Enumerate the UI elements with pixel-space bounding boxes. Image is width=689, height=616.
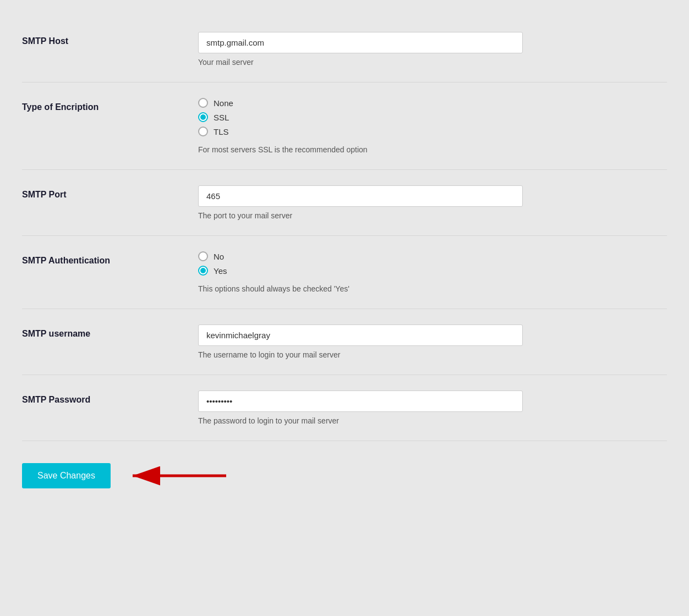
encryption-content: None SSL TLS For most servers SSL is the… — [198, 98, 667, 154]
encryption-radio-none[interactable] — [198, 98, 208, 108]
smtp-username-content: The username to login to your mail serve… — [198, 324, 667, 359]
smtp-host-hint: Your mail server — [198, 58, 667, 67]
smtp-username-hint: The username to login to your mail serve… — [198, 350, 667, 359]
smtp-auth-radio-yes[interactable] — [198, 266, 208, 276]
smtp-username-label: SMTP username — [22, 324, 198, 339]
encryption-option-none[interactable]: None — [198, 98, 667, 108]
smtp-auth-radio-group: No Yes — [198, 251, 667, 276]
smtp-password-content: The password to login to your mail serve… — [198, 391, 667, 425]
smtp-password-input[interactable] — [198, 391, 523, 412]
smtp-username-row: SMTP username The username to login to y… — [22, 309, 667, 375]
smtp-host-label: SMTP Host — [22, 32, 198, 46]
encryption-radio-ssl[interactable] — [198, 112, 208, 122]
encryption-hint: For most servers SSL is the recommended … — [198, 145, 667, 154]
save-changes-button[interactable]: Save Changes — [22, 463, 111, 488]
smtp-auth-radio-no[interactable] — [198, 251, 208, 261]
smtp-auth-hint: This options should always be checked 'Y… — [198, 284, 667, 293]
encryption-none-label: None — [214, 98, 233, 108]
smtp-auth-option-yes[interactable]: Yes — [198, 266, 667, 276]
smtp-auth-content: No Yes This options should always be che… — [198, 251, 667, 293]
smtp-auth-no-label: No — [214, 252, 224, 261]
smtp-port-row: SMTP Port The port to your mail server — [22, 170, 667, 236]
smtp-auth-row: SMTP Authentication No Yes This options … — [22, 236, 667, 309]
smtp-host-row: SMTP Host Your mail server — [22, 16, 667, 82]
encryption-row: Type of Encription None SSL TLS For most… — [22, 82, 667, 170]
settings-page: SMTP Host Your mail server Type of Encri… — [0, 0, 689, 616]
encryption-label: Type of Encription — [22, 98, 198, 112]
encryption-option-tls[interactable]: TLS — [198, 127, 667, 136]
red-arrow-icon — [127, 465, 237, 487]
smtp-auth-option-no[interactable]: No — [198, 251, 667, 261]
encryption-option-ssl[interactable]: SSL — [198, 112, 667, 122]
smtp-password-hint: The password to login to your mail serve… — [198, 416, 667, 425]
save-section: Save Changes — [22, 441, 667, 499]
arrow-indicator — [127, 465, 237, 487]
smtp-auth-label: SMTP Authentication — [22, 251, 198, 266]
smtp-password-row: SMTP Password The password to login to y… — [22, 375, 667, 441]
encryption-tls-label: TLS — [214, 127, 229, 136]
encryption-radio-tls[interactable] — [198, 127, 208, 136]
smtp-host-content: Your mail server — [198, 32, 667, 67]
encryption-ssl-label: SSL — [214, 113, 229, 122]
smtp-auth-yes-label: Yes — [214, 266, 227, 276]
smtp-host-input[interactable] — [198, 32, 523, 53]
smtp-port-hint: The port to your mail server — [198, 211, 667, 220]
smtp-port-content: The port to your mail server — [198, 185, 667, 220]
encryption-radio-group: None SSL TLS — [198, 98, 667, 136]
smtp-port-label: SMTP Port — [22, 185, 198, 200]
smtp-password-label: SMTP Password — [22, 391, 198, 405]
smtp-port-input[interactable] — [198, 185, 523, 207]
smtp-username-input[interactable] — [198, 324, 523, 346]
